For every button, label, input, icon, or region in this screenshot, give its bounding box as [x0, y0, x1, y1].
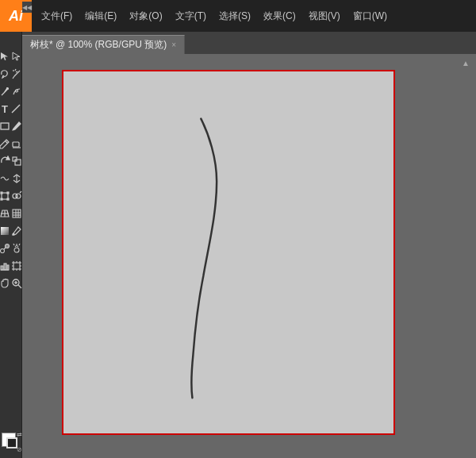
scroll-indicator: ▲ [462, 59, 470, 67]
type-tool[interactable]: T [0, 100, 10, 117]
builder-tools [0, 187, 21, 205]
tab-bar: 树枝* @ 100% (RGB/GPU 预览) × [22, 32, 476, 54]
curvature-tool[interactable] [11, 83, 22, 100]
pen-tools [0, 83, 21, 100]
branch-path [191, 119, 217, 398]
pencil-tool[interactable] [0, 135, 10, 152]
title-bar: Ai 文件(F) 编辑(E) 对象(O) 文字(T) 选择(S) 效果(C) 视… [0, 0, 476, 32]
eyedropper-tool[interactable] [11, 222, 22, 240]
svg-rect-26 [13, 210, 21, 217]
svg-line-37 [13, 244, 14, 245]
svg-line-35 [4, 248, 6, 249]
free-transform-tool[interactable] [0, 187, 10, 205]
blend-tools [0, 240, 21, 257]
symbol-sprayer-tool[interactable] [11, 240, 22, 257]
blend-tool[interactable] [0, 240, 10, 257]
perspective-tools [0, 205, 21, 222]
svg-line-3 [15, 69, 16, 71]
selection-tool[interactable] [0, 48, 10, 65]
tab-close-button[interactable]: × [171, 41, 176, 49]
svg-rect-19 [1, 198, 2, 200]
shape-tools [0, 117, 21, 135]
shape-builder-tool[interactable] [11, 187, 22, 205]
warp-tools [0, 170, 21, 187]
svg-line-39 [19, 244, 20, 245]
svg-rect-10 [13, 142, 19, 147]
svg-rect-8 [1, 123, 9, 129]
gradient-tool[interactable] [0, 222, 10, 240]
menu-window[interactable]: 窗口(W) [347, 0, 393, 32]
drawing-svg [63, 71, 393, 433]
svg-point-6 [16, 90, 18, 92]
direct-selection-tool[interactable] [11, 48, 22, 65]
line-tool[interactable] [10, 100, 21, 117]
hand-tool[interactable] [0, 275, 10, 292]
lasso-tool[interactable] [0, 65, 10, 83]
magic-wand-tool[interactable] [11, 65, 22, 83]
chart-tools [0, 257, 21, 275]
svg-line-9 [6, 141, 8, 144]
menu-file[interactable]: 文件(F) [35, 0, 79, 32]
scale-tool[interactable] [11, 152, 22, 170]
menu-edit[interactable]: 编辑(E) [79, 0, 123, 32]
toolbar: ◀◀ [0, 32, 22, 458]
svg-point-32 [13, 233, 14, 235]
collapse-button[interactable]: ◀◀ [22, 2, 32, 13]
pen-tool[interactable] [0, 83, 10, 100]
svg-point-22 [16, 194, 21, 198]
svg-rect-18 [7, 192, 9, 194]
artboard [62, 70, 395, 435]
svg-point-36 [14, 248, 19, 252]
svg-rect-31 [1, 227, 9, 235]
rect-tool[interactable] [0, 117, 10, 135]
rotate-tool[interactable] [0, 152, 10, 170]
svg-line-7 [12, 105, 20, 113]
gradient-tools [0, 222, 21, 240]
svg-line-1 [13, 76, 14, 79]
mesh-tool[interactable] [11, 205, 22, 222]
svg-rect-13 [15, 160, 21, 165]
eraser-tool[interactable] [11, 135, 22, 152]
document-tab[interactable]: 树枝* @ 100% (RGB/GPU 预览) × [22, 35, 185, 54]
menu-select[interactable]: 选择(S) [213, 0, 257, 32]
lasso-tools [0, 65, 21, 83]
transform-tools [0, 152, 21, 170]
svg-rect-20 [7, 198, 9, 200]
svg-rect-44 [13, 263, 20, 269]
nav-tools [0, 275, 21, 292]
svg-point-33 [1, 249, 5, 253]
stroke-color[interactable] [6, 437, 17, 448]
svg-rect-42 [7, 265, 9, 270]
svg-line-4 [16, 71, 17, 72]
brush-tool[interactable] [11, 117, 22, 135]
svg-point-34 [6, 244, 10, 248]
pencil-tools [0, 135, 21, 152]
menu-object[interactable]: 对象(O) [123, 0, 168, 32]
zoom-tool[interactable] [11, 275, 22, 292]
selection-tools [0, 48, 21, 65]
width-tool[interactable] [11, 170, 22, 187]
svg-point-5 [7, 88, 9, 90]
svg-rect-17 [1, 192, 2, 194]
swap-icon[interactable]: ⇄ [17, 431, 22, 438]
tab-title: 树枝* @ 100% (RGB/GPU 预览) [30, 38, 167, 52]
warp-tool[interactable] [0, 170, 10, 187]
svg-marker-12 [6, 156, 10, 160]
none-color-icon[interactable]: ⊘ [17, 446, 22, 453]
svg-line-58 [18, 285, 21, 288]
menu-effect[interactable]: 效果(C) [257, 0, 302, 32]
svg-rect-41 [4, 264, 6, 270]
menu-view[interactable]: 视图(V) [302, 0, 347, 32]
column-graph-tool[interactable] [0, 257, 10, 275]
canvas-area[interactable]: ▲ [22, 54, 476, 458]
menu-type[interactable]: 文字(T) [169, 0, 213, 32]
fill-stroke-indicator: ⇄ ⊘ [0, 428, 21, 458]
perspective-tool[interactable] [0, 205, 10, 222]
content-area: 树枝* @ 100% (RGB/GPU 预览) × ▲ [22, 32, 476, 458]
svg-line-23 [20, 191, 21, 193]
menu-bar: 文件(F) 编辑(E) 对象(O) 文字(T) 选择(S) 效果(C) 视图(V… [32, 0, 476, 32]
artboard-tool[interactable] [11, 257, 22, 275]
main-layout: ◀◀ [0, 32, 476, 458]
type-tools: T [0, 100, 21, 117]
svg-rect-40 [1, 266, 3, 270]
